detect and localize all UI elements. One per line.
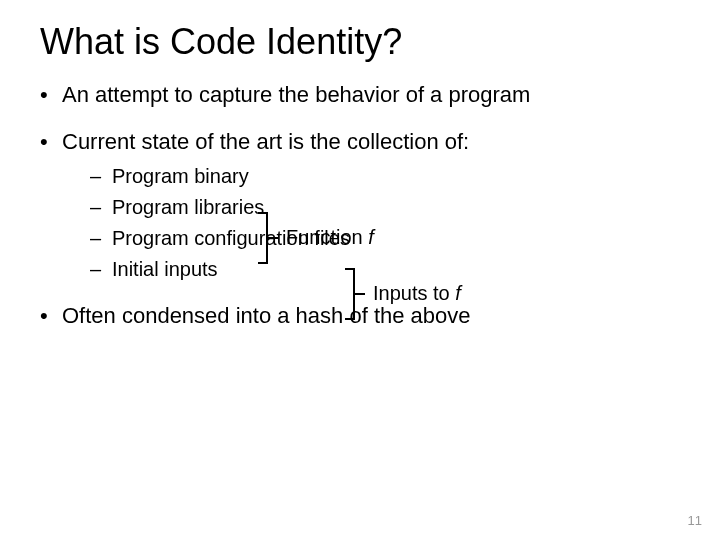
- bullet-item: Current state of the art is the collecti…: [40, 127, 680, 283]
- bullet-item: An attempt to capture the behavior of a …: [40, 80, 680, 110]
- sub-bullet-item: Program configuration files: [90, 225, 680, 252]
- label-var: f: [368, 226, 374, 248]
- bracket-label-function: Function f: [286, 226, 374, 249]
- bullet-item: Often condensed into a hash of the above: [40, 301, 680, 331]
- slide: What is Code Identity? An attempt to cap…: [0, 0, 720, 540]
- sub-bullet-item: Program binary: [90, 163, 680, 190]
- sub-bullet-item: Program libraries: [90, 194, 680, 221]
- bracket-icon: [345, 268, 355, 320]
- page-number: 11: [688, 513, 702, 528]
- bullet-text: An attempt to capture the behavior of a …: [62, 82, 530, 107]
- bullet-text: Often condensed into a hash of the above: [62, 303, 471, 328]
- slide-title: What is Code Identity?: [40, 22, 680, 62]
- bracket-tick-icon: [266, 237, 278, 239]
- sub-bullet-list: Program binary Program libraries Program…: [62, 163, 680, 283]
- bullet-text: Current state of the art is the collecti…: [62, 129, 469, 154]
- label-prefix: Function: [286, 226, 368, 248]
- bracket-tick-icon: [353, 293, 365, 295]
- bracket-label-inputs: Inputs to f: [373, 282, 461, 305]
- sub-bullet-text: Program libraries: [112, 196, 264, 218]
- sub-bullet-text: Program binary: [112, 165, 249, 187]
- label-var: f: [455, 282, 461, 304]
- bracket-icon: [258, 212, 268, 264]
- sub-bullet-text: Initial inputs: [112, 258, 218, 280]
- sub-bullet-item: Initial inputs: [90, 256, 680, 283]
- label-prefix: Inputs to: [373, 282, 455, 304]
